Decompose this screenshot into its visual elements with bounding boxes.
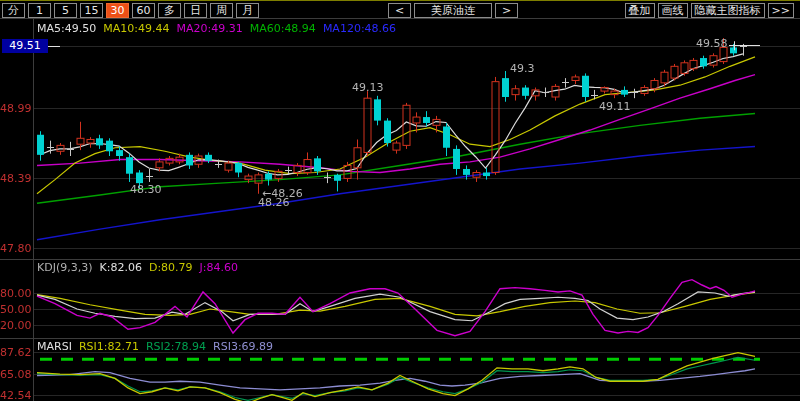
price-annotation: 48.30 [130, 183, 162, 196]
axis-label: 65.08 [0, 368, 31, 381]
chart-application: 分15153060多日周月 < 美原油连 > 叠加 画线 隐藏主图指标 >> M… [0, 0, 800, 401]
timeframe-button-15[interactable]: 15 [80, 3, 103, 18]
kdj-labels-item: D:80.79 [149, 261, 193, 274]
kdj-labels-item: KDJ(9,3,3) [37, 261, 93, 274]
rsi-labels-item: MARSI [37, 340, 72, 353]
timeframe-button-周[interactable]: 周 [210, 3, 233, 18]
hide-main-indicators-button[interactable]: 隐藏主图指标 [691, 3, 765, 18]
overlay-button[interactable]: 叠加 [625, 3, 655, 18]
symbol-switcher: < 美原油连 > [388, 3, 518, 18]
timeframe-button-多[interactable]: 多 [158, 3, 181, 18]
ma-labels-item: MA20:49.31 [176, 22, 242, 35]
symbol-next-button[interactable]: > [495, 3, 518, 18]
current-price-marker: 49.51 [2, 39, 48, 53]
toolbar: 分15153060多日周月 < 美原油连 > 叠加 画线 隐藏主图指标 >> [0, 0, 800, 19]
axis-label: 48.39 [0, 172, 31, 185]
timeframe-button-group: 分15153060多日周月 [2, 3, 259, 18]
price-annotation: 49.58 [696, 37, 728, 50]
axis-label: 80.00 [0, 287, 31, 300]
axis-label: 20.00 [0, 319, 31, 332]
timeframe-button-日[interactable]: 日 [184, 3, 207, 18]
rsi-labels-item: RSI1:82.71 [79, 340, 139, 353]
kdj-labels-item: K:82.06 [100, 261, 142, 274]
symbol-select[interactable]: 美原油连 [414, 3, 492, 18]
axis-label: 42.54 [0, 389, 31, 401]
ma-labels-item: MA120:48.66 [323, 22, 396, 35]
axis-label: 48.99 [0, 102, 31, 115]
timeframe-button-60[interactable]: 60 [132, 3, 155, 18]
axis-label: 50.00 [0, 303, 31, 316]
price-annotation: 49.11 [599, 100, 631, 113]
timeframe-button-分[interactable]: 分 [2, 3, 25, 18]
symbol-prev-button[interactable]: < [388, 3, 411, 18]
ma-labels-item: MA10:49.44 [103, 22, 169, 35]
draw-line-button[interactable]: 画线 [658, 3, 688, 18]
ma-labels-item: MA60:48.94 [250, 22, 316, 35]
axis-label: 47.80 [0, 242, 31, 255]
toolbar-right-group: 叠加 画线 隐藏主图指标 >> [625, 3, 794, 18]
rsi-labels-item: RSI2:78.94 [146, 340, 206, 353]
timeframe-button-1[interactable]: 1 [28, 3, 51, 18]
price-annotation: 48.26 [258, 196, 290, 209]
more-tools-button[interactable]: >> [768, 3, 794, 18]
kdj-value-labels: KDJ(9,3,3)K:82.06D:80.79J:84.60 [37, 261, 245, 274]
timeframe-button-30[interactable]: 30 [106, 3, 129, 18]
timeframe-button-5[interactable]: 5 [54, 3, 77, 18]
price-annotation: 49.13 [352, 81, 384, 94]
price-annotation: 49.3 [510, 62, 535, 75]
ma-labels-item: MA5:49.50 [37, 22, 96, 35]
kdj-labels-item: J:84.60 [200, 261, 238, 274]
rsi-labels-item: RSI3:69.89 [213, 340, 273, 353]
axis-label: 87.62 [0, 346, 31, 359]
timeframe-button-月[interactable]: 月 [236, 3, 259, 18]
ma-value-labels: MA5:49.50MA10:49.44MA20:49.31MA60:48.94M… [37, 22, 403, 35]
rsi-value-labels: MARSIRSI1:82.71RSI2:78.94RSI3:69.89 [37, 340, 280, 353]
